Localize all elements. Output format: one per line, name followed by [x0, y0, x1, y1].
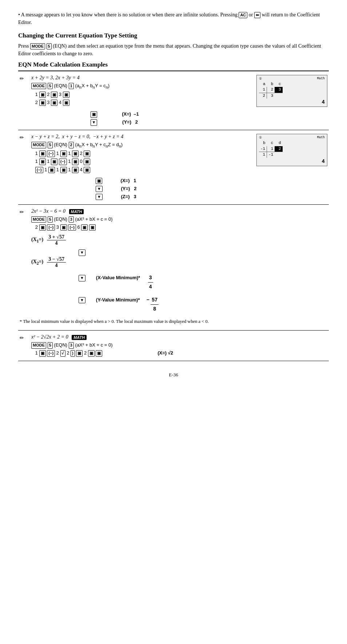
ex1-eq-key: ▣ (X=) –1 [31, 110, 254, 118]
example-2: ✏ x − y + z = 2, x + y − z = 0, −x + y +… [18, 130, 329, 205]
ex2-result-y: (Y=) 2 [121, 186, 136, 191]
ex2-step1: 1 ▣ (−) 1 ▣ 1 ▣ 2 ▣ [31, 149, 254, 157]
example-3: ✏ 2x² − 3x − 6 = 0 MATH MODE 5 (EQN) 3 (… [18, 205, 329, 331]
ex4-step1: 1 ▣ (−) 2 √ 2 ) ▣ 2 ▣ ▣ (X=) √2 [31, 349, 327, 357]
x2-numerator: 3 − √57 [47, 256, 66, 263]
ex3-equation: 2x² − 3x − 6 = 0 MATH [31, 208, 327, 214]
screen-body-2: bcd -1 1 2 1-1 [259, 140, 325, 157]
back-key: ⬅ [254, 12, 260, 18]
ex4-result: (X=) √2 [157, 350, 173, 356]
ex2-screen: ① Math bcd -1 1 2 1-1 4 [256, 134, 327, 201]
yval-min-frac: 57 8 [151, 296, 159, 313]
ex1-setup: MODE 5 (EQN) 1 (anX + bnY = cn) [31, 82, 254, 91]
xval-min-label: (X-Value Minimum)* [96, 275, 140, 280]
ex1-result-x: (X=) –1 [122, 111, 139, 117]
matrix-1: abc 1 2 3 2 3 [259, 81, 283, 99]
intro-text-1: • A message appears to let you know when… [18, 12, 239, 17]
ex4-equation: x² − 2√2x + 2 = 0 MATH [31, 334, 327, 340]
ex3-down2: ▼ (X-Value Minimum)* 3 4 [31, 273, 327, 291]
math-badge-4: MATH [72, 335, 87, 340]
ex2-result-x: (X=) 1 [121, 178, 136, 183]
footnote: * The local minimum value is displayed w… [20, 317, 327, 327]
ex2-screen-widget: ① Math bcd -1 1 2 1-1 4 [256, 134, 327, 166]
example-3-content: 2x² − 3x − 6 = 0 MATH MODE 5 (EQN) 3 (aX… [31, 208, 327, 313]
ex1-result-y: (Y=) 2 [122, 119, 138, 125]
matrix-2: bcd -1 1 2 1-1 [259, 140, 283, 157]
ex2-setup: MODE 5 (EQN) 2 (anX + bnY + cnZ = dn) [31, 141, 254, 149]
examples-container: ✏ x + 2y = 3, 2x + 3y = 4 MODE 5 (EQN) 1… [18, 71, 329, 361]
section1-body: Press MODE 5 (EQN) and then select an eq… [18, 42, 329, 57]
x1-numerator: 3 + √57 [47, 234, 66, 240]
ex3-down3: ▼ (Y-Value Minimum)* − 57 8 [31, 296, 327, 313]
x2-fraction: 3 − √57 4 [47, 256, 66, 268]
ex3-step1: 2 ▣ (−) 3 ▣ (−) 6 ▣ ▣ [31, 223, 327, 231]
ex1-down-arrow: ▼ (Y=) 2 [31, 118, 254, 126]
ex2-result-z: (Z=) 3 [121, 194, 136, 199]
x2-label: (X2=) [31, 259, 43, 266]
ex2-step2: 1 ▣ 1 ▣ (−) 1 ▣ 0 ▣ [31, 157, 254, 165]
5-key: 5 [47, 43, 52, 49]
ex1-screen-widget: ① Math abc 1 2 3 2 3 4 [256, 75, 327, 107]
ex2-down1: ▼ (Y=) 2 [31, 185, 254, 193]
yval-neg-sign: − [147, 297, 149, 303]
x1-label: (X1=) [31, 237, 43, 244]
ex2-equation: x − y + z = 2, x + y − z = 0, −x + y + z… [31, 134, 254, 140]
ex3-setup: MODE 5 (EQN) 3 (aX² + bX + c = 0) [31, 215, 327, 223]
ex2-down2: ▼ (Z=) 3 [31, 193, 254, 201]
x1-fraction: 3 + √57 4 [47, 234, 66, 246]
math-badge-3: MATH [69, 209, 84, 214]
screen-body-1: abc 1 2 3 2 3 [259, 81, 325, 99]
example-2-content: x − y + z = 2, x + y − z = 0, −x + y + z… [31, 134, 254, 201]
mode-key: MODE [31, 83, 46, 89]
example-4-content: x² − 2√2x + 2 = 0 MATH MODE 5 (EQN) 3 (a… [31, 334, 327, 357]
ex2-eq-key: ▣ (X=) 1 [31, 177, 254, 185]
x1-denominator: 4 [54, 240, 59, 246]
page-number: E-36 [18, 372, 329, 378]
math-label-2: Math [317, 136, 325, 140]
ex3-down1: ▼ [31, 248, 327, 256]
pencil-icon-2: ✏ [20, 134, 28, 201]
example-4: ✏ x² − 2√2x + 2 = 0 MATH MODE 5 (EQN) 3 … [18, 331, 329, 361]
example-1-content: x + 2y = 3, 2x + 3y = 4 MODE 5 (EQN) 1 (… [31, 75, 254, 126]
example-1: ✏ x + 2y = 3, 2x + 3y = 4 MODE 5 (EQN) 1… [18, 71, 329, 130]
ex1-step2: 2 ▣ 3 ▣ 4 ▣ [31, 99, 254, 107]
ex4-setup: MODE 5 (EQN) 3 (aX² + bX + c = 0) [31, 341, 327, 349]
pencil-icon-1: ✏ [20, 75, 28, 126]
math-label-1: Math [317, 77, 325, 81]
ac-key: AC [239, 12, 247, 18]
ex1-equation: x + 2y = 3, 2x + 3y = 4 [31, 75, 254, 81]
screen-num-1: 4 [259, 99, 325, 105]
ex3-result-x1: (X1=) 3 + √57 4 [31, 234, 327, 246]
x2-denominator: 4 [54, 263, 59, 268]
5-key: 5 [48, 83, 53, 89]
section1-title: Changing the Current Equation Type Setti… [18, 32, 329, 39]
screen-indicator-2: ① [259, 136, 262, 140]
xval-min-frac: 3 4 [148, 273, 153, 291]
page-container: • A message appears to let you know when… [18, 11, 329, 378]
ex1-screen: ① Math abc 1 2 3 2 3 4 [256, 75, 327, 126]
ex2-step3: (−) 1 ▣ 1 ▣ 1 ▣ 4 ▣ [31, 166, 254, 174]
intro-paragraph: • A message appears to let you know when… [18, 11, 329, 26]
screen-num-2: 4 [259, 159, 325, 164]
pencil-icon-3: ✏ [20, 208, 28, 313]
mode-key: MODE [30, 43, 45, 49]
yval-min-label: (Y-Value Minimum)* [96, 297, 140, 303]
pencil-icon-4: ✏ [20, 334, 28, 357]
screen-indicator: ① [259, 77, 262, 81]
ex3-result-x2: (X2=) 3 − √57 4 [31, 256, 327, 268]
1-key: 1 [69, 83, 74, 89]
or-text: or [249, 12, 253, 17]
section2-title: EQN Mode Calculation Examples [18, 61, 329, 68]
ex1-step1: 1 ▣ 2 ▣ 3 ▣ [31, 91, 254, 99]
